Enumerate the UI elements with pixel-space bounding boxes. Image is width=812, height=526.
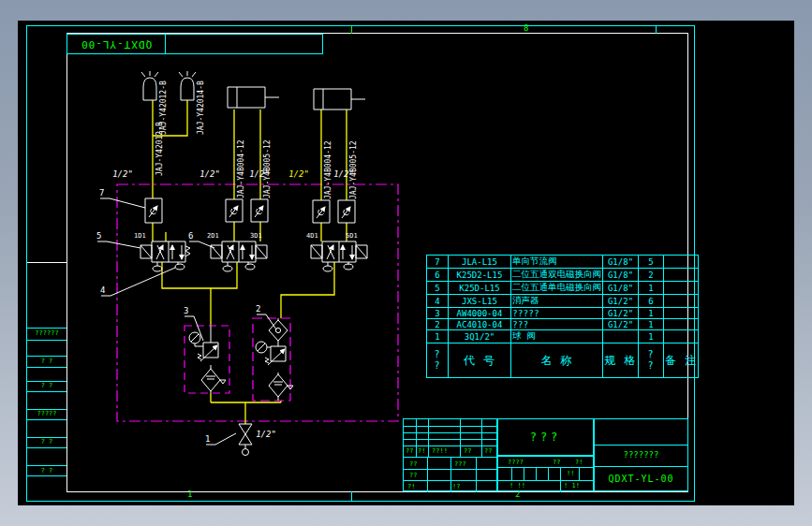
balloon-6: 6	[188, 231, 193, 241]
bom-col-no: ? ?	[427, 343, 449, 378]
drawing-title-box: ???	[497, 418, 594, 456]
tb-cell: ?!	[407, 483, 415, 490]
pipe-size-label: 1/2"	[199, 169, 221, 179]
pipe-label-b: JAJ-Y4B004-12	[237, 139, 245, 198]
bom-row: 2AC4010-04???G1/2"1	[427, 319, 699, 330]
tb-sign-label: ??	[484, 447, 492, 455]
bom-row: 7JLA-L15单向节流阀G1/8"5	[427, 256, 699, 269]
balloon-7: 7	[99, 188, 104, 197]
balloon-3: 3	[184, 306, 188, 315]
valve-tag-4: 4D1	[306, 232, 318, 240]
bom-table: 7JLA-L15单向节流阀G1/8"5 6K25D2-L15二位五通双电磁换向阀…	[426, 255, 699, 378]
throttle-valve-5[interactable]	[338, 200, 355, 223]
throttle-valve-1[interactable]	[145, 198, 162, 223]
bom-col-code: 代 号	[449, 343, 511, 378]
drawing-canvas[interactable]: 8 1 2 QDXT-YL-00 ?????? ? ? ? ? ????? ? …	[18, 21, 794, 505]
frl-unit-right[interactable]	[253, 318, 293, 401]
drain-size-label: 1/2"	[255, 430, 277, 439]
throttle-valve-3[interactable]	[251, 199, 268, 222]
pipe-size-label: 1/2"	[332, 169, 355, 179]
balloon-1: 1	[205, 434, 210, 444]
title-block-mid-grid: ???? ?? ?! !! ! !! ! 1!	[497, 456, 594, 491]
drawing-title: ???	[530, 431, 562, 444]
ball-valve[interactable]	[239, 424, 252, 456]
valve-tag-3: 3D1	[250, 232, 262, 240]
pipe-label-d: JAJ-Y4B004-12	[324, 140, 332, 199]
tb-cell: ???	[454, 460, 466, 468]
title-block-left-table: ?? ?! ??!! ?? ?? ?? ??? ?? ?! !?	[403, 418, 497, 491]
tb-mid-label: ?!	[575, 459, 583, 466]
title-block: ?? ?! ??!! ?? ?? ?? ??? ?? ?! !? ??? ???…	[403, 418, 688, 491]
tb-cell: ??	[409, 460, 417, 468]
bom-col-spec: 规 格	[603, 343, 639, 378]
cad-viewer-window: 8 1 2 QDXT-YL-00 ?????? ? ? ? ? ????? ? …	[0, 0, 812, 526]
tb-mid-label: ????	[508, 459, 524, 466]
frl-unit-left[interactable]	[185, 326, 229, 393]
air-nozzle-1[interactable]	[141, 71, 158, 100]
bom-row: 5K25D-L15二位五通单电磁换向阀G1/8"1	[427, 282, 699, 295]
valve-tag-5: 5D1	[346, 232, 358, 240]
manifold-boundary	[117, 184, 398, 421]
pipe-size-label: 1/2"	[288, 169, 310, 179]
tb-mid-cell: !!	[567, 470, 574, 477]
solenoid-valve-3[interactable]	[311, 241, 367, 262]
company-name: ???????	[595, 445, 687, 466]
nozzle-2-label: JAJ-Y42014-B	[197, 80, 205, 135]
tb-sign-label: ?!	[418, 447, 425, 455]
solenoid-valve-1[interactable]	[140, 241, 190, 262]
mufflers	[153, 262, 353, 271]
tb-cell: ??	[409, 472, 417, 479]
bom-row: 4JXS-L15消声器G1/2"6	[427, 295, 699, 308]
bom-row: 3AW4000-04?????G1/2"1	[427, 308, 699, 319]
bom-row: 13Q1/2"球 阀1	[427, 330, 699, 343]
bom-header-row: ? ? 代 号 名 称 规 格 ? ? 备 注	[427, 343, 699, 378]
cylinder-right[interactable]	[314, 89, 365, 110]
throttle-valve-2[interactable]	[226, 199, 243, 222]
pipe-size-label: 1/2"	[111, 169, 134, 179]
tb-mid-label: ??	[553, 459, 560, 466]
pipe-label-a: JAJ-Y42012-B	[155, 122, 164, 176]
tb-sign-label: ??	[464, 447, 471, 455]
valve-tag-1: 1D1	[134, 232, 146, 240]
tb-mid-bottom: ! 1!	[564, 482, 580, 489]
balloon-5: 5	[96, 231, 101, 241]
drawing-number: QDXT-YL-00	[595, 466, 687, 492]
air-nozzle-2[interactable]	[179, 71, 196, 100]
valve-tag-2: 2D1	[207, 232, 219, 240]
bom-col-qty: ? ?	[639, 343, 664, 378]
title-block-right: ??????? QDXT-YL-00	[594, 418, 688, 491]
bom-col-name: 名 称	[511, 343, 603, 378]
bom-row: 6K25D2-L15二位五通双电磁换向阀G1/8"2	[427, 269, 699, 282]
tb-sign-label: ??	[406, 447, 413, 455]
solenoid-valve-2[interactable]	[211, 241, 267, 262]
tb-sign-label: ??!!	[432, 447, 448, 455]
bom-col-remark: 备 注	[664, 343, 699, 378]
tb-mid-bottom: ! !!	[509, 482, 525, 489]
balloon-4: 4	[100, 285, 105, 295]
throttle-valve-4[interactable]	[313, 200, 330, 223]
pipe-size-label: 1/2"	[248, 169, 271, 179]
cylinder-mid[interactable]	[228, 87, 279, 108]
tb-cell: !?	[452, 483, 460, 490]
balloon-2: 2	[256, 304, 260, 314]
